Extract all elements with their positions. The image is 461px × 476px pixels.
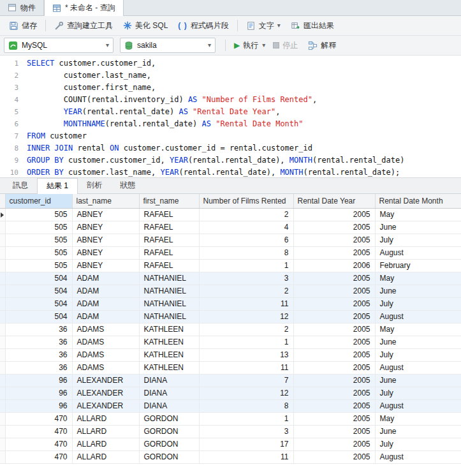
cell-rental-date-year[interactable]: 2005	[293, 425, 375, 438]
cell-number-of-films-rented[interactable]: 1	[199, 336, 293, 348]
table-row[interactable]: 96ALEXANDERDIANA122005July	[0, 387, 461, 399]
cell-rental-date-month[interactable]: August	[375, 361, 461, 374]
table-row[interactable]: 504ADAMNATHANIEL112005July	[0, 297, 461, 310]
cell-customer_id[interactable]: 504	[5, 297, 72, 310]
table-row[interactable]: 36ADAMSKATHLEEN22005May	[0, 323, 461, 336]
cell-first_name[interactable]: RAFAEL	[139, 259, 199, 272]
cell-rental-date-month[interactable]: August	[375, 310, 461, 323]
cell-first_name[interactable]: NATHANIEL	[139, 310, 199, 323]
tab-messages[interactable]: 訊息	[4, 178, 37, 193]
cell-number-of-films-rented[interactable]: 2	[199, 208, 293, 221]
column-header-last_name[interactable]: last_name	[72, 194, 139, 208]
cell-customer_id[interactable]: 470	[5, 412, 72, 425]
cell-customer_id[interactable]: 505	[5, 208, 72, 221]
cell-rental-date-year[interactable]: 2005	[293, 374, 375, 387]
cell-rental-date-month[interactable]: June	[375, 425, 461, 438]
cell-rental-date-month[interactable]: February	[375, 259, 461, 272]
cell-customer_id[interactable]: 504	[5, 285, 72, 297]
cell-rental-date-year[interactable]: 2005	[293, 208, 375, 221]
cell-first_name[interactable]: DIANA	[139, 387, 199, 399]
cell-last_name[interactable]: ABNEY	[72, 246, 139, 259]
cell-last_name[interactable]: ADAMS	[72, 361, 139, 374]
column-header-first_name[interactable]: first_name	[139, 194, 199, 208]
cell-first_name[interactable]: KATHLEEN	[139, 361, 199, 374]
cell-rental-date-year[interactable]: 2005	[293, 336, 375, 348]
cell-first_name[interactable]: GORDON	[139, 450, 199, 463]
cell-rental-date-year[interactable]: 2005	[293, 323, 375, 336]
cell-number-of-films-rented[interactable]: 4	[199, 221, 293, 234]
code-text[interactable]: customer.last_name,	[27, 70, 151, 82]
table-row[interactable]: 505ABNEYRAFAEL82005August	[0, 246, 461, 259]
cell-rental-date-month[interactable]: May	[375, 323, 461, 336]
table-row[interactable]: 470ALLARDGORDON112005August	[0, 450, 461, 463]
sql-editor[interactable]: 1SELECT customer.customer_id,2 customer.…	[0, 56, 461, 178]
cell-first_name[interactable]: NATHANIEL	[139, 285, 199, 297]
cell-rental-date-year[interactable]: 2005	[293, 285, 375, 297]
cell-last_name[interactable]: ALLARD	[72, 425, 139, 438]
cell-last_name[interactable]: ALEXANDER	[72, 374, 139, 387]
tab-objects[interactable]: 物件	[0, 0, 44, 15]
cell-first_name[interactable]: KATHLEEN	[139, 348, 199, 361]
cell-last_name[interactable]: ADAM	[72, 272, 139, 285]
column-header-rental-date-year[interactable]: Rental Date Year	[293, 194, 375, 208]
cell-customer_id[interactable]: 505	[5, 234, 72, 246]
cell-last_name[interactable]: ALLARD	[72, 412, 139, 425]
tab-profile[interactable]: 剖析	[78, 178, 111, 193]
cell-customer_id[interactable]: 36	[5, 348, 72, 361]
column-header-number-of-films-rented[interactable]: Number of Films Rented	[199, 194, 293, 208]
table-row[interactable]: 504ADAMNATHANIEL122005August	[0, 310, 461, 323]
cell-rental-date-year[interactable]: 2005	[293, 348, 375, 361]
cell-first_name[interactable]: DIANA	[139, 399, 199, 412]
cell-last_name[interactable]: ALLARD	[72, 450, 139, 463]
save-button[interactable]: 儲存	[4, 19, 42, 33]
cell-rental-date-month[interactable]: July	[375, 234, 461, 246]
cell-number-of-films-rented[interactable]: 13	[199, 348, 293, 361]
explain-button[interactable]: 解釋	[303, 38, 341, 53]
cell-last_name[interactable]: ALEXANDER	[72, 387, 139, 399]
cell-rental-date-year[interactable]: 2005	[293, 221, 375, 234]
cell-number-of-films-rented[interactable]: 2	[199, 323, 293, 336]
cell-customer_id[interactable]: 470	[5, 425, 72, 438]
tab-query[interactable]: * 未命名 - 查詢	[44, 0, 124, 16]
export-result-button[interactable]: 匯出結果	[286, 19, 339, 33]
cell-customer_id[interactable]: 36	[5, 323, 72, 336]
cell-number-of-films-rented[interactable]: 8	[199, 246, 293, 259]
cell-rental-date-month[interactable]: May	[375, 272, 461, 285]
cell-number-of-films-rented[interactable]: 17	[199, 438, 293, 450]
cell-customer_id[interactable]: 505	[5, 259, 72, 272]
code-text[interactable]: ORDER BY customer.last_name, YEAR(rental…	[27, 167, 400, 178]
cell-customer_id[interactable]: 96	[5, 387, 72, 399]
cell-rental-date-year[interactable]: 2005	[293, 234, 375, 246]
cell-first_name[interactable]: NATHANIEL	[139, 297, 199, 310]
tab-result-1[interactable]: 結果 1	[37, 178, 78, 194]
table-row[interactable]: 504ADAMNATHANIEL22005June	[0, 285, 461, 297]
cell-first_name[interactable]: RAFAEL	[139, 221, 199, 234]
cell-first_name[interactable]: RAFAEL	[139, 208, 199, 221]
cell-last_name[interactable]: ADAMS	[72, 348, 139, 361]
cell-first_name[interactable]: GORDON	[139, 438, 199, 450]
database-select[interactable]: sakila ▾	[120, 38, 216, 53]
code-text[interactable]: MONTHNAME(rental.rental_date) AS "Rental…	[27, 118, 304, 130]
code-text[interactable]: FROM customer	[27, 130, 87, 142]
cell-number-of-films-rented[interactable]: 11	[199, 450, 293, 463]
code-text[interactable]: INNER JOIN rental ON customer.customer_i…	[27, 142, 312, 154]
cell-last_name[interactable]: ADAM	[72, 310, 139, 323]
beautify-sql-button[interactable]: 美化 SQL	[118, 19, 173, 33]
cell-rental-date-year[interactable]: 2005	[293, 272, 375, 285]
cell-number-of-films-rented[interactable]: 11	[199, 297, 293, 310]
cell-rental-date-year[interactable]: 2005	[293, 450, 375, 463]
code-text[interactable]: customer.first_name,	[27, 82, 156, 94]
cell-rental-date-year[interactable]: 2005	[293, 412, 375, 425]
cell-rental-date-month[interactable]: June	[375, 374, 461, 387]
cell-rental-date-year[interactable]: 2005	[293, 438, 375, 450]
cell-last_name[interactable]: ALLARD	[72, 438, 139, 450]
query-builder-button[interactable]: 查詢建立工具	[49, 19, 118, 33]
cell-customer_id[interactable]: 36	[5, 361, 72, 374]
cell-number-of-films-rented[interactable]: 6	[199, 234, 293, 246]
cell-last_name[interactable]: ADAM	[72, 285, 139, 297]
cell-rental-date-year[interactable]: 2005	[293, 387, 375, 399]
cell-rental-date-year[interactable]: 2005	[293, 246, 375, 259]
cell-customer_id[interactable]: 470	[5, 450, 72, 463]
cell-rental-date-month[interactable]: August	[375, 399, 461, 412]
cell-last_name[interactable]: ADAMS	[72, 323, 139, 336]
